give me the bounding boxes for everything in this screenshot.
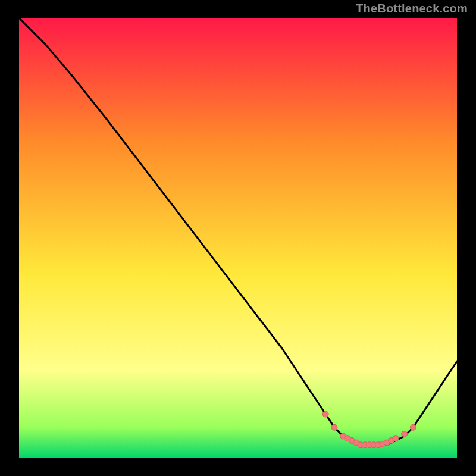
svg-point-16	[402, 431, 408, 437]
watermark-label: TheBottleneck.com	[356, 2, 468, 14]
plot-area	[19, 18, 457, 458]
svg-point-17	[410, 424, 416, 430]
svg-point-2	[331, 424, 337, 430]
svg-point-1	[322, 411, 328, 417]
svg-point-15	[393, 436, 399, 441]
chart-frame: TheBottleneck.com	[0, 0, 476, 476]
optimal-band-markers	[19, 18, 457, 458]
